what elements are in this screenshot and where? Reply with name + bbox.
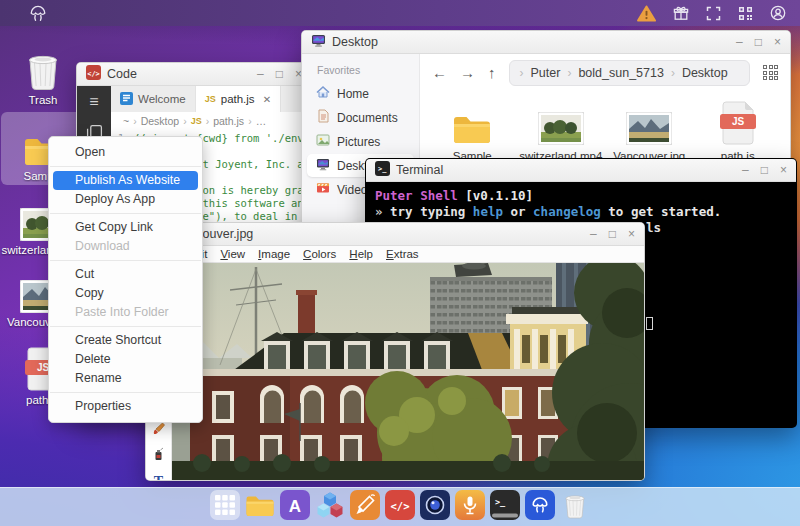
dock-item-terminal-app[interactable]: >_	[490, 492, 520, 522]
dock-item-files-app[interactable]	[245, 492, 275, 522]
text-tool-icon[interactable]: T	[151, 473, 166, 481]
code-window-titlebar[interactable]: </> Code –□×	[77, 63, 311, 86]
maximize-button[interactable]: □	[761, 164, 768, 176]
thumb-switzerland-icon	[519, 99, 604, 145]
dock-item-paint-app[interactable]	[350, 492, 380, 522]
dock-item-app-center[interactable]	[315, 492, 345, 522]
context-menu-item-download[interactable]: Download	[49, 237, 202, 256]
menu-separator	[50, 213, 201, 214]
warning-icon[interactable]	[637, 5, 656, 22]
brush-tool-icon[interactable]	[151, 421, 166, 440]
fullscreen-icon[interactable]	[706, 6, 721, 21]
terminal-window-titlebar[interactable]: >_ Terminal –□×	[366, 159, 796, 182]
maximize-button[interactable]: □	[276, 68, 283, 80]
context-menu-item-properties[interactable]: Properties	[49, 397, 202, 416]
terminal-text: »	[375, 204, 390, 219]
desktop-icon-trash[interactable]: Trash	[1, 36, 85, 109]
minimize-button[interactable]: –	[590, 228, 597, 240]
back-arrow-icon[interactable]: ←	[432, 65, 447, 80]
context-menu-item-get-copy-link[interactable]: Get Copy Link	[49, 218, 202, 237]
terminal-text: [v0.1.10]	[458, 188, 533, 203]
sidebar-item-pictures[interactable]: Pictures	[307, 130, 414, 153]
menu-hamburger-icon[interactable]: ≡	[89, 94, 98, 110]
trash-dock-icon	[563, 491, 587, 523]
a-app-icon: A	[280, 490, 310, 524]
context-menu-item-create-shortcut[interactable]: Create Shortcut	[49, 331, 202, 350]
close-button[interactable]: ×	[780, 164, 787, 176]
dock-item-recorder-app[interactable]	[455, 492, 485, 522]
puter-logo-icon[interactable]	[28, 3, 48, 23]
up-arrow-icon[interactable]: ↑	[488, 65, 496, 80]
trash-icon	[1, 39, 85, 91]
svg-text:>_: >_	[495, 497, 506, 507]
menu-separator	[50, 392, 201, 393]
documents-icon	[316, 109, 330, 126]
file-item-path-js[interactable]: JSpath.js	[696, 99, 781, 162]
breadcrumb-segment-puter[interactable]: Puter	[531, 66, 561, 80]
context-menu: OpenPublish As WebsiteDeploy As AppGet C…	[48, 136, 203, 423]
breadcrumb-separator: ›	[206, 115, 210, 127]
dock-item-code-app[interactable]: </>	[385, 492, 415, 522]
close-button[interactable]: ×	[628, 228, 635, 240]
context-menu-item-open[interactable]: Open	[49, 143, 202, 162]
breadcrumb-part: JS	[191, 116, 202, 126]
context-menu-item-publish-as-website[interactable]: Publish As Website	[53, 171, 198, 190]
menu-image[interactable]: Image	[258, 248, 290, 260]
sidebar-item-documents[interactable]: Documents	[307, 106, 414, 129]
code-window-title: Code	[107, 67, 137, 81]
minimize-button[interactable]: –	[742, 164, 749, 176]
file-item-vancouver-jpg[interactable]: Vancouver.jpg	[607, 99, 692, 162]
viewer-window-titlebar[interactable]: Vancouver.jpg –□×	[146, 223, 644, 246]
dock-item-camera-app[interactable]	[420, 492, 450, 522]
maximize-button[interactable]: □	[609, 228, 616, 240]
dock-item-app-launcher[interactable]	[210, 492, 240, 522]
svg-text:JS: JS	[732, 116, 745, 127]
dock-item-text-editor-app[interactable]: A	[280, 492, 310, 522]
svg-text:A: A	[289, 497, 301, 516]
tab-pathjs[interactable]: JS path.js ✕	[196, 86, 281, 112]
menu-extras[interactable]: Extras	[386, 248, 419, 260]
terminal-text: Puter Shell	[375, 188, 458, 203]
minimize-button[interactable]: –	[257, 68, 264, 80]
account-icon[interactable]	[770, 5, 786, 21]
context-menu-item-paste-into-folder[interactable]: Paste Into Folder	[49, 303, 202, 322]
context-menu-item-cut[interactable]: Cut	[49, 265, 202, 284]
context-menu-item-deploy-as-app[interactable]: Deploy As App	[49, 190, 202, 209]
recorder-icon	[455, 490, 485, 524]
qr-icon[interactable]	[738, 6, 753, 21]
menu-view[interactable]: View	[220, 248, 245, 260]
photo-vancouver	[172, 263, 644, 480]
maximize-button[interactable]: □	[755, 36, 762, 48]
breadcrumb-segment-desktop[interactable]: Desktop	[682, 66, 728, 80]
menu-separator	[50, 326, 201, 327]
breadcrumb-separator: ›	[248, 115, 252, 127]
context-menu-item-rename[interactable]: Rename	[49, 369, 202, 388]
context-menu-item-delete[interactable]: Delete	[49, 350, 202, 369]
files-window-title: Desktop	[332, 35, 378, 49]
dock-item-puter-app[interactable]	[525, 492, 555, 522]
minimize-button[interactable]: –	[736, 36, 743, 48]
context-menu-item-copy[interactable]: Copy	[49, 284, 202, 303]
close-button[interactable]: ×	[774, 36, 781, 48]
menu-help[interactable]: Help	[349, 248, 373, 260]
grid-view-icon[interactable]	[763, 65, 778, 80]
desktop-background[interactable]: TrashSampleswitzerland.mp4Vancouver.jpgJ…	[0, 0, 800, 526]
forward-arrow-icon[interactable]: →	[460, 65, 475, 80]
editor-breadcrumb[interactable]: ~›Desktop›JS›path.js›…	[111, 112, 311, 129]
folder-icon	[430, 99, 515, 145]
tab-welcome[interactable]: Welcome	[111, 86, 196, 112]
pictures-icon	[316, 133, 330, 150]
dock: A</>>_	[0, 487, 800, 526]
breadcrumb-segment-bold_sun_5713[interactable]: bold_sun_5713	[578, 66, 664, 80]
files-window-titlebar[interactable]: Desktop –□×	[302, 31, 790, 54]
gift-icon[interactable]	[673, 5, 689, 21]
file-item-sample[interactable]: Sample	[430, 99, 515, 162]
tab-close-icon[interactable]: ✕	[263, 94, 271, 105]
ink-tool-icon[interactable]	[151, 447, 166, 466]
breadcrumb[interactable]: ›Puter›bold_sun_5713›Desktop	[509, 60, 751, 86]
file-item-switzerland-mp4[interactable]: switzerland.mp4	[519, 99, 604, 162]
editor-tab-bar: Welcome JS path.js ✕	[111, 86, 311, 112]
menu-colors[interactable]: Colors	[303, 248, 336, 260]
dock-item-trash[interactable]	[560, 492, 590, 522]
sidebar-item-home[interactable]: Home	[307, 82, 414, 105]
